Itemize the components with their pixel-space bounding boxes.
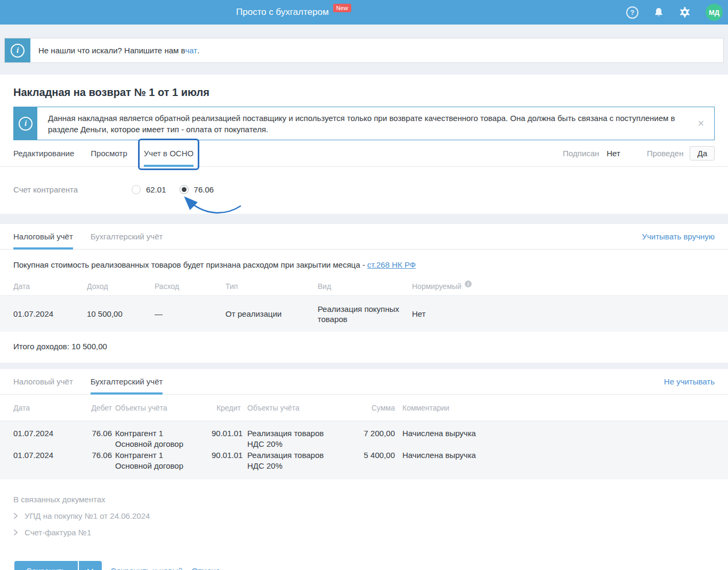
new-badge: New: [333, 4, 351, 12]
manual-accounting-link[interactable]: Учитывать вручную: [642, 232, 715, 241]
app-header: Просто с бухгалтером New ?: [0, 0, 728, 25]
radio-62-01[interactable]: 62.01: [132, 185, 166, 194]
tab-view[interactable]: Просмотр: [91, 140, 127, 166]
col-credit-objects: Объекты учёта: [241, 404, 338, 412]
tax-note-text: Покупная стоимость реализованных товаров…: [13, 260, 367, 269]
info-icon: i: [11, 44, 25, 58]
col-comments: Комментарии: [395, 404, 715, 412]
cell-amount: 7 200,00: [338, 428, 395, 439]
posting-row: 01.07.2024 76.06 Контрагент 1 Основной д…: [0, 428, 728, 449]
col-credit: Кредит: [212, 404, 241, 412]
related-doc-upd[interactable]: УПД на покупку №1 от 24.06.2024: [0, 511, 728, 520]
related-doc-invoice[interactable]: Счет-фактура №1: [0, 528, 728, 537]
banner-info-strip: i: [5, 38, 30, 62]
accounting-tabs-row: Налоговый учёт Бухгалтерский учёт Не учи…: [0, 369, 728, 395]
save-dropdown-button[interactable]: [79, 561, 102, 570]
debit-object: Контрагент 1: [115, 450, 212, 461]
app-title-group: Просто с бухгалтером New: [236, 0, 351, 25]
tab-osno[interactable]: Учет в ОСНО: [144, 140, 193, 166]
posting-row: 01.07.2024 76.06 Контрагент 1 Основной д…: [0, 450, 728, 471]
document-tabs-row: Редактирование Просмотр Учет в ОСНО Подп…: [0, 140, 728, 167]
tax-panel: Налоговый учёт Бухгалтерский учёт Учитыв…: [0, 224, 728, 363]
posted-toggle-button[interactable]: Да: [690, 146, 715, 160]
cell-kind: Реализация покупных товаров: [318, 304, 403, 324]
tax-tabs-row: Налоговый учёт Бухгалтерский учёт Учитыв…: [0, 224, 728, 250]
col-amount: Сумма: [338, 404, 395, 412]
app-title: Просто с бухгалтером: [236, 7, 329, 18]
cell-expense: —: [155, 309, 225, 318]
col-date: Дата: [13, 282, 87, 291]
tab-accounting-label: Бухгалтерский учёт: [91, 232, 163, 241]
credit-object: Реализация товаров: [247, 428, 338, 439]
ignore-link-wrap: Не учитывать: [664, 369, 715, 394]
chat-banner: i Не нашли что искали? Напишите нам в ча…: [4, 38, 724, 63]
footer-actions: Сохранить Сохранить и новый Отмена: [0, 561, 728, 570]
ignore-link[interactable]: Не учитывать: [664, 377, 715, 386]
tab-view-label: Просмотр: [91, 149, 127, 158]
save-button[interactable]: Сохранить: [14, 561, 78, 570]
law-link[interactable]: ст.268 НК РФ: [367, 260, 416, 269]
income-table-header: Дата Доход Расход Тип Вид Нормируемый i: [0, 277, 728, 296]
income-total: Итого доходов: 10 500,00: [0, 332, 728, 361]
radio-circle: [180, 185, 189, 194]
tab-osno-label: Учет в ОСНО: [144, 149, 193, 158]
chat-link[interactable]: чат: [185, 46, 197, 55]
cell-comment: Начислена выручка: [395, 428, 715, 439]
manual-accounting-link-wrap: Учитывать вручную: [642, 224, 715, 249]
cancel-link[interactable]: Отмена: [192, 566, 221, 570]
tab-accounting[interactable]: Бухгалтерский учёт: [91, 224, 163, 249]
income-table-row: 01.07.2024 10 500,00 — От реализации Реа…: [0, 296, 728, 332]
cell-debit-objects: Контрагент 1 Основной договор: [112, 450, 212, 471]
debit-object: Контрагент 1: [115, 428, 212, 439]
info-box-text: Данная накладная является обратной реали…: [37, 107, 694, 140]
tab-tax-accounting-2[interactable]: Налоговый учёт: [13, 369, 73, 394]
help-icon[interactable]: ?: [626, 6, 638, 19]
col-normalized-label: Нормируемый: [412, 282, 462, 291]
save-and-new-link[interactable]: Сохранить и новый: [111, 566, 183, 570]
avatar[interactable]: МД: [706, 4, 723, 21]
info-box-message: Данная накладная является обратной реали…: [48, 113, 687, 135]
cell-date: 01.07.2024: [13, 309, 87, 318]
cell-date: 01.07.2024: [13, 450, 88, 461]
header-actions: ? МД: [626, 0, 723, 25]
banner-text: Не нашли что искали? Напишите нам в чат …: [30, 38, 199, 62]
tab-tax-accounting-label: Налоговый учёт: [13, 232, 73, 241]
cell-amount: 5 400,00: [338, 450, 395, 461]
tab-accounting-2[interactable]: Бухгалтерский учёт: [91, 369, 163, 394]
cell-comment: Начислена выручка: [395, 450, 715, 461]
col-kind: Вид: [318, 282, 412, 291]
tax-note: Покупная стоимость реализованных товаров…: [0, 250, 728, 269]
related-docs-title: В связанных документах: [0, 479, 728, 504]
banner-text-before: Не нашли что искали? Напишите нам в: [38, 46, 185, 55]
info-icon: i: [19, 117, 33, 131]
related-doc-label: УПД на покупку №1 от 24.06.2024: [25, 511, 150, 520]
chevron-right-icon: [13, 529, 18, 536]
tab-editing[interactable]: Редактирование: [13, 140, 74, 166]
tab-tax-accounting-2-label: Налоговый учёт: [13, 377, 73, 386]
info-box-strip: i: [14, 107, 37, 140]
notifications-icon[interactable]: [653, 7, 664, 18]
radio-circle: [132, 185, 141, 194]
account-row: Счет контрагента 62.01 76.06: [0, 167, 728, 212]
normalized-info-icon[interactable]: i: [465, 280, 472, 287]
radio-76-06-label: 76.06: [194, 185, 214, 194]
postings-table-header: Дата Дебет Объекты учёта Кредит Объекты …: [0, 395, 728, 421]
posted-label: Проведен: [647, 149, 684, 158]
cell-credit-objects: Реализация товаров НДС 20%: [241, 428, 338, 449]
cell-credit: 90.01.01: [212, 450, 241, 461]
col-debit: Дебет: [88, 404, 112, 412]
cell-debit: 76.06: [88, 450, 112, 461]
close-icon[interactable]: ✕: [694, 107, 714, 140]
settings-icon[interactable]: [679, 6, 691, 18]
radio-76-06[interactable]: 76.06: [180, 185, 214, 194]
document-panel: Накладная на возврат № 1 от 1 июля i Дан…: [0, 75, 728, 214]
postings-rows: 01.07.2024 76.06 Контрагент 1 Основной д…: [0, 421, 728, 479]
tab-tax-accounting[interactable]: Налоговый учёт: [13, 224, 73, 249]
app-root: Просто с бухгалтером New ?: [0, 0, 728, 570]
signed-value: Нет: [606, 149, 620, 158]
accounting-panel: Налоговый учёт Бухгалтерский учёт Не учи…: [0, 369, 728, 570]
credit-object: Реализация товаров: [247, 450, 338, 461]
debit-contract: Основной договор: [115, 461, 212, 471]
page-title: Накладная на возврат № 1 от 1 июля: [0, 75, 728, 99]
tab-editing-label: Редактирование: [13, 149, 74, 158]
